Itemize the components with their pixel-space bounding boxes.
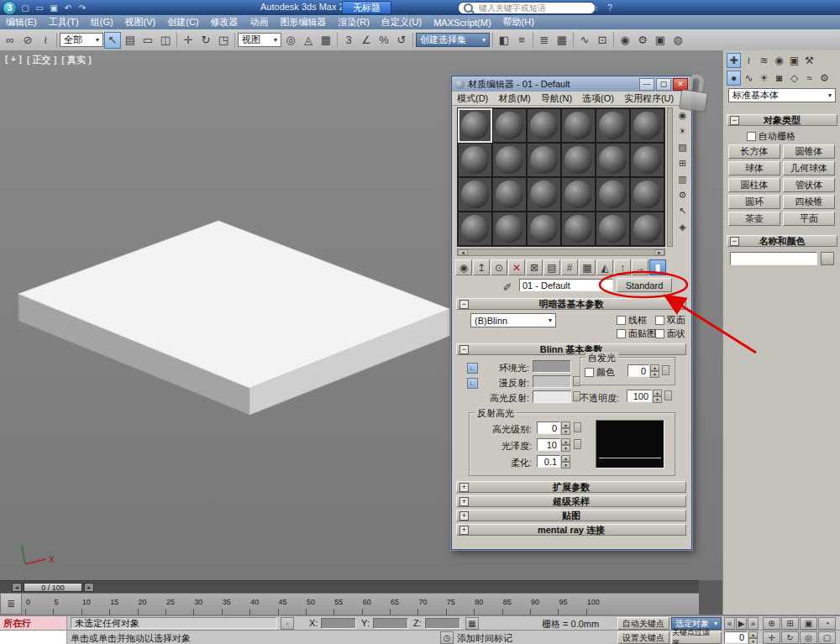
- go-to-parent-icon[interactable]: ↑: [614, 259, 631, 275]
- use-pivot-center-icon[interactable]: ◎: [282, 32, 299, 49]
- menu-item[interactable]: 修改器: [205, 16, 244, 29]
- object-type-rollout[interactable]: − 对象类型: [727, 114, 837, 126]
- frame-spinner[interactable]: ▴▾: [748, 631, 758, 643]
- schematic-view-icon[interactable]: ⊡: [594, 32, 611, 49]
- zoom-extents-icon[interactable]: ▣: [800, 617, 817, 630]
- pan-view-icon[interactable]: ✛: [763, 631, 780, 644]
- layer-manager-icon[interactable]: ≣: [536, 32, 553, 49]
- assign-material-to-selection-icon[interactable]: ⊙: [491, 259, 507, 275]
- collapsed-rollout[interactable]: + 扩展参数: [456, 481, 686, 493]
- menu-item[interactable]: 视图(V): [119, 16, 162, 29]
- sample-tiling-icon[interactable]: ⊞: [675, 155, 690, 170]
- sample-slot[interactable]: [596, 143, 630, 177]
- frame-back-icon[interactable]: ◂: [12, 583, 22, 592]
- sample-vertical-scrollbar[interactable]: [667, 107, 673, 247]
- material-editor-icon[interactable]: ◉: [617, 32, 633, 49]
- primitive-button[interactable]: 管状体: [783, 178, 835, 192]
- sample-slot[interactable]: [561, 108, 596, 143]
- material-name-field[interactable]: 01 - Default: [519, 279, 613, 291]
- collapse-icon[interactable]: −: [730, 237, 739, 246]
- material-id-channel-icon[interactable]: #: [561, 259, 578, 275]
- menu-item[interactable]: MAXScript(M): [428, 18, 496, 28]
- go-to-end-icon[interactable]: »: [748, 617, 759, 630]
- blinn-basic-params-rollout[interactable]: − Blinn 基本参数: [456, 343, 686, 355]
- scroll-right-icon[interactable]: ▸: [654, 249, 664, 255]
- soften-field[interactable]: 0.1: [537, 455, 560, 468]
- self-illum-color-checkbox[interactable]: 颜色: [585, 366, 615, 379]
- sample-slot[interactable]: [596, 108, 630, 143]
- set-key-button[interactable]: 设置关键点: [617, 631, 669, 644]
- track-bar-ruler[interactable]: 0510152025303540455055606570758085909510…: [22, 593, 699, 615]
- zoom-icon[interactable]: ⊕: [763, 617, 780, 630]
- snap-toggle-3d-icon[interactable]: 3: [340, 32, 357, 49]
- tab-display-icon[interactable]: ▣: [787, 53, 801, 68]
- soften-spinner[interactable]: ▴▾: [561, 455, 570, 468]
- get-material-icon[interactable]: ◉: [455, 259, 472, 275]
- collapse-icon[interactable]: −: [459, 345, 469, 354]
- menu-item[interactable]: 编辑(E): [0, 16, 43, 29]
- select-and-move-icon[interactable]: ✛: [180, 32, 197, 49]
- play-animation-icon[interactable]: ▶: [736, 617, 747, 630]
- scroll-left-icon[interactable]: ◂: [458, 249, 468, 255]
- material-map-navigator-icon[interactable]: ◈: [675, 219, 690, 234]
- menu-item[interactable]: 动画: [244, 16, 275, 29]
- selection-filter-dropdown[interactable]: 全部 ▾: [60, 33, 103, 47]
- tab-utilities-icon[interactable]: ⚒: [802, 53, 816, 68]
- primitive-button[interactable]: 四棱锥: [783, 195, 835, 209]
- sample-slot[interactable]: [561, 143, 596, 177]
- material-editor-titlebar[interactable]: 材质编辑器 - 01 - Default — ▢ ✕: [452, 76, 691, 92]
- opacity-value-field[interactable]: 100: [627, 390, 652, 402]
- sample-slot[interactable]: [458, 212, 492, 246]
- glossiness-map-button[interactable]: [574, 439, 581, 449]
- redo-icon[interactable]: ↷: [76, 2, 89, 14]
- sample-ui-toggle-icon[interactable]: ▮: [649, 259, 666, 275]
- z-coordinate-field[interactable]: [425, 618, 460, 629]
- field-of-view-icon[interactable]: ◔: [818, 617, 836, 630]
- time-slider-handle[interactable]: 0 / 100: [24, 583, 82, 592]
- expand-icon[interactable]: +: [459, 483, 469, 492]
- expand-icon[interactable]: +: [459, 526, 469, 535]
- sample-slot[interactable]: [630, 108, 664, 143]
- specular-color-swatch[interactable]: [533, 390, 571, 403]
- category-shapes-icon[interactable]: ∿: [742, 71, 756, 86]
- options-icon[interactable]: ⚙: [675, 187, 690, 202]
- autogrid-checkbox[interactable]: 自动栅格: [747, 130, 795, 143]
- search-input[interactable]: [477, 3, 590, 13]
- wireframe-checkbox[interactable]: 线框: [617, 314, 647, 327]
- sample-slot[interactable]: [630, 212, 664, 246]
- go-to-start-icon[interactable]: «: [724, 617, 735, 630]
- rendered-frame-window-icon[interactable]: ▣: [652, 32, 669, 49]
- category-spacewarps-icon[interactable]: ≈: [802, 71, 816, 86]
- undo-icon[interactable]: ↶: [61, 2, 75, 14]
- viewport-general-menu[interactable]: [ + ]: [5, 54, 22, 66]
- material-editor-menu-item[interactable]: 模式(D): [452, 92, 493, 105]
- sample-slot[interactable]: [527, 143, 561, 177]
- shader-basic-params-rollout[interactable]: − 明暗器基本参数: [456, 298, 686, 310]
- time-slider[interactable]: ◂ 0 / 100 ▸: [0, 580, 722, 594]
- keyboard-shortcut-override-icon[interactable]: ▦: [318, 32, 334, 49]
- primitive-button[interactable]: 长方体: [728, 144, 780, 159]
- new-icon[interactable]: ▢: [18, 2, 32, 14]
- diffuse-color-swatch[interactable]: [533, 375, 571, 388]
- named-selection-set-dropdown[interactable]: 创建选择集 ▾: [416, 33, 490, 47]
- select-and-link-icon[interactable]: ∞: [2, 32, 18, 49]
- select-and-rotate-icon[interactable]: ↻: [197, 32, 214, 49]
- x-coordinate-field[interactable]: [321, 618, 356, 629]
- align-icon[interactable]: ≡: [513, 32, 530, 49]
- angle-snap-icon[interactable]: ∠: [358, 32, 375, 49]
- open-icon[interactable]: ▭: [33, 2, 46, 14]
- ambient-color-swatch[interactable]: [533, 360, 571, 373]
- sample-slot-selected[interactable]: [458, 108, 492, 143]
- video-color-check-icon[interactable]: ▥: [675, 171, 690, 186]
- bind-to-space-warp-icon[interactable]: ≀: [37, 32, 54, 49]
- sample-slot[interactable]: [596, 212, 630, 246]
- glossiness-spinner[interactable]: ▴▾: [561, 438, 570, 451]
- search-box[interactable]: [458, 2, 596, 14]
- collapsed-rollout[interactable]: + 超级采样: [456, 495, 686, 507]
- rectangular-selection-region-icon[interactable]: ▭: [139, 32, 156, 49]
- sample-slot[interactable]: [561, 177, 596, 212]
- y-coordinate-field[interactable]: [373, 618, 408, 629]
- name-color-rollout[interactable]: − 名称和颜色: [727, 235, 837, 247]
- reference-coordinate-dropdown[interactable]: 视图 ▾: [238, 33, 281, 47]
- collapse-icon[interactable]: −: [730, 116, 739, 125]
